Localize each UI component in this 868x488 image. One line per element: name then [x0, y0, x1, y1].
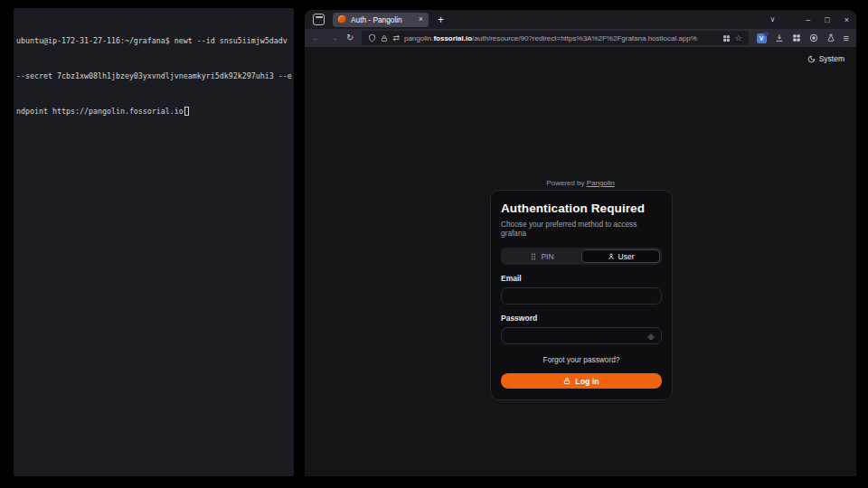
- pangolin-link[interactable]: Pangolin: [587, 179, 615, 187]
- terminal-line: --secret 7cbz1xw08lh1jbzey03yxvndljvneam…: [16, 70, 292, 82]
- theme-label: System: [819, 54, 844, 63]
- tab-user[interactable]: User: [581, 249, 660, 263]
- navigation-bar: ← → ↻ ⇄ pangolin.fossorial.io/auth/resou…: [305, 29, 856, 47]
- page-content: System Powered by Pangolin Authenticatio…: [305, 47, 856, 476]
- grid-split-icon[interactable]: [722, 34, 731, 42]
- forward-icon[interactable]: →: [329, 33, 338, 42]
- minimize-button[interactable]: –: [806, 15, 810, 24]
- terminal-cursor: [184, 107, 189, 116]
- new-tab-button[interactable]: +: [438, 14, 444, 26]
- tab-list-chevron-icon[interactable]: ∨: [769, 15, 775, 23]
- extensions-grid-icon[interactable]: [792, 33, 801, 42]
- show-password-button[interactable]: [646, 333, 656, 340]
- forgot-password-link[interactable]: Forgot your password?: [501, 355, 662, 364]
- tab-pin[interactable]: PIN: [503, 249, 581, 263]
- auth-card: Authentication Required Choose your pref…: [490, 190, 673, 400]
- browser-window: Auth - Pangolin × + ∨ – □ × ← → ↻ ⇄ pang…: [305, 10, 856, 476]
- powered-by: Powered by Pangolin: [305, 179, 856, 187]
- tab-strip: Auth - Pangolin × + ∨ – □ ×: [305, 10, 856, 29]
- theme-toggle[interactable]: System: [807, 54, 844, 63]
- bookmark-star-icon[interactable]: ☆: [735, 33, 742, 42]
- exchange-icon[interactable]: ⇄: [392, 33, 400, 42]
- menu-icon[interactable]: ≡: [844, 33, 849, 43]
- password-label: Password: [501, 314, 662, 323]
- terminal-window[interactable]: ubuntu@ip-172-31-27-116:~/grafana$ newt …: [14, 8, 294, 476]
- lock-icon: [563, 377, 571, 385]
- email-label: Email: [501, 274, 662, 283]
- circle-extension-icon[interactable]: [809, 33, 818, 42]
- browser-tab[interactable]: Auth - Pangolin ×: [333, 13, 429, 27]
- password-field[interactable]: [501, 327, 662, 344]
- eye-icon: [646, 333, 656, 340]
- pangolin-favicon-icon: [338, 15, 346, 23]
- extension-vimium-icon[interactable]: V: [757, 33, 767, 43]
- auth-method-tabs: PIN User: [501, 248, 662, 265]
- card-subtitle: Choose your preferred method to access g…: [501, 220, 662, 238]
- moon-icon: [807, 55, 816, 63]
- firefox-view-icon[interactable]: [313, 14, 325, 25]
- terminal-line: ubuntu@ip-172-31-27-116:~/grafana$ newt …: [16, 35, 292, 47]
- card-title: Authentication Required: [501, 202, 662, 215]
- keypad-icon: [530, 253, 537, 260]
- terminal-line: ndpoint https://pangolin.fossorial.io: [16, 106, 292, 117]
- lock-icon[interactable]: [381, 34, 388, 42]
- tab-close-icon[interactable]: ×: [419, 15, 423, 23]
- download-icon[interactable]: [775, 33, 784, 42]
- email-field[interactable]: [501, 287, 662, 305]
- url-bar[interactable]: ⇄ pangolin.fossorial.io/auth/resource/90…: [362, 31, 748, 45]
- maximize-button[interactable]: □: [825, 15, 829, 24]
- back-icon[interactable]: ←: [312, 33, 321, 42]
- close-button[interactable]: ×: [844, 15, 849, 24]
- login-button[interactable]: Log in: [501, 373, 662, 389]
- refresh-icon[interactable]: ↻: [346, 33, 354, 42]
- user-icon: [608, 253, 615, 260]
- tab-title: Auth - Pangolin: [351, 15, 414, 24]
- flask-extension-icon[interactable]: [826, 33, 835, 42]
- url-text[interactable]: pangolin.fossorial.io/auth/resource/90?r…: [404, 34, 718, 42]
- shield-icon[interactable]: [368, 33, 376, 42]
